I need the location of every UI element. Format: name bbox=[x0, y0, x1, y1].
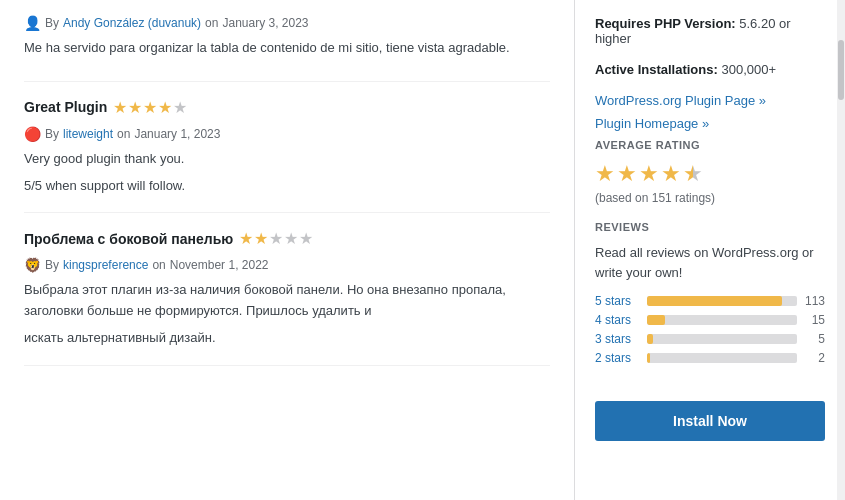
review-title: Проблема с боковой панелью bbox=[24, 231, 233, 247]
2-stars-bar-bg bbox=[647, 353, 797, 363]
avg-rating-based-on: (based on 151 ratings) bbox=[595, 191, 825, 205]
scrollbar[interactable] bbox=[837, 0, 845, 500]
review-stars: ★ ★ ★ ★ ★ bbox=[239, 229, 313, 248]
avg-star-5: ★ bbox=[683, 161, 703, 187]
review-text: Me ha servido para organizar la tabla de… bbox=[24, 38, 550, 59]
active-installs-section: Active Installations: 300,000+ bbox=[595, 62, 825, 77]
review-on: on bbox=[117, 127, 130, 141]
review-avatar: 👤 bbox=[24, 16, 41, 30]
install-now-button[interactable]: Install Now bbox=[595, 401, 825, 441]
avg-stars: ★ ★ ★ ★ ★ bbox=[595, 161, 825, 187]
avg-star-4: ★ bbox=[661, 161, 681, 187]
review-item: 👤 By Andy González (duvanuk) on January … bbox=[24, 0, 550, 82]
avg-star-1: ★ bbox=[595, 161, 615, 187]
2-stars-count: 2 bbox=[805, 351, 825, 365]
sidebar-panel: Requires PHP Version: 5.6.20 or higher A… bbox=[575, 0, 845, 500]
star-4: ★ bbox=[158, 98, 172, 117]
review-by: By bbox=[45, 258, 59, 272]
review-on: on bbox=[205, 16, 218, 30]
review-author-link[interactable]: Andy González (duvanuk) bbox=[63, 16, 201, 30]
reviews-section: REVIEWS Read all reviews on WordPress.or… bbox=[595, 221, 825, 365]
reviews-panel: 👤 By Andy González (duvanuk) on January … bbox=[0, 0, 575, 500]
star-2: ★ bbox=[254, 229, 268, 248]
avg-rating-title: AVERAGE RATING bbox=[595, 139, 825, 151]
star-5: ★ bbox=[299, 229, 313, 248]
install-button-container: Install Now bbox=[595, 389, 825, 441]
review-avatar: 🦁 bbox=[24, 258, 41, 272]
scrollbar-thumb[interactable] bbox=[838, 40, 844, 100]
rating-bar-row: 4 stars 15 bbox=[595, 313, 825, 327]
main-container: 👤 By Andy González (duvanuk) on January … bbox=[0, 0, 845, 500]
review-meta: 👤 By Andy González (duvanuk) on January … bbox=[24, 16, 550, 30]
review-date: January 1, 2023 bbox=[134, 127, 220, 141]
reviews-title: REVIEWS bbox=[595, 221, 825, 233]
review-date: November 1, 2022 bbox=[170, 258, 269, 272]
star-5: ★ bbox=[173, 98, 187, 117]
reviews-intro: Read all reviews on WordPress.org or wri… bbox=[595, 243, 825, 282]
star-1: ★ bbox=[113, 98, 127, 117]
php-version-label: Requires PHP Version: bbox=[595, 16, 736, 31]
review-meta: 🔴 By liteweight on January 1, 2023 bbox=[24, 127, 550, 141]
review-by: By bbox=[45, 16, 59, 30]
avg-star-3: ★ bbox=[639, 161, 659, 187]
review-item: Проблема с боковой панелью ★ ★ ★ ★ ★ 🦁 B… bbox=[24, 213, 550, 365]
review-date: January 3, 2023 bbox=[222, 16, 308, 30]
review-by: By bbox=[45, 127, 59, 141]
5-stars-count: 113 bbox=[805, 294, 825, 308]
5-stars-bar-fill bbox=[647, 296, 782, 306]
2-stars-label[interactable]: 2 stars bbox=[595, 351, 639, 365]
2-stars-bar-fill bbox=[647, 353, 650, 363]
review-header: Great Plugin ★ ★ ★ ★ ★ bbox=[24, 98, 550, 117]
review-meta: 🦁 By kingspreference on November 1, 2022 bbox=[24, 258, 550, 272]
rating-bars: 5 stars 113 4 stars 15 3 stars bbox=[595, 294, 825, 365]
active-installs-label: Active Installations: bbox=[595, 62, 718, 77]
plugin-page-link[interactable]: WordPress.org Plugin Page » bbox=[595, 93, 825, 108]
5-stars-bar-bg bbox=[647, 296, 797, 306]
review-item: Great Plugin ★ ★ ★ ★ ★ 🔴 By liteweight o… bbox=[24, 82, 550, 214]
3-stars-count: 5 bbox=[805, 332, 825, 346]
3-stars-label[interactable]: 3 stars bbox=[595, 332, 639, 346]
review-author-link[interactable]: liteweight bbox=[63, 127, 113, 141]
star-3: ★ bbox=[269, 229, 283, 248]
review-title: Great Plugin bbox=[24, 99, 107, 115]
review-text: Выбрала этот плагин из-за наличия боково… bbox=[24, 280, 550, 322]
average-rating-section: AVERAGE RATING ★ ★ ★ ★ ★ (based on 151 r… bbox=[595, 139, 825, 205]
review-on: on bbox=[152, 258, 165, 272]
star-2: ★ bbox=[128, 98, 142, 117]
review-avatar: 🔴 bbox=[24, 127, 41, 141]
star-3: ★ bbox=[143, 98, 157, 117]
homepage-link[interactable]: Plugin Homepage » bbox=[595, 116, 825, 131]
review-extra-text: 5/5 when support will follow. bbox=[24, 176, 550, 197]
4-stars-bar-bg bbox=[647, 315, 797, 325]
star-4: ★ bbox=[284, 229, 298, 248]
4-stars-bar-fill bbox=[647, 315, 665, 325]
3-stars-bar-fill bbox=[647, 334, 653, 344]
rating-bar-row: 5 stars 113 bbox=[595, 294, 825, 308]
avg-star-2: ★ bbox=[617, 161, 637, 187]
star-1: ★ bbox=[239, 229, 253, 248]
3-stars-bar-bg bbox=[647, 334, 797, 344]
review-header: Проблема с боковой панелью ★ ★ ★ ★ ★ bbox=[24, 229, 550, 248]
review-stars: ★ ★ ★ ★ ★ bbox=[113, 98, 187, 117]
4-stars-count: 15 bbox=[805, 313, 825, 327]
5-stars-label[interactable]: 5 stars bbox=[595, 294, 639, 308]
review-author-link[interactable]: kingspreference bbox=[63, 258, 148, 272]
review-text: Very good plugin thank you. bbox=[24, 149, 550, 170]
rating-bar-row: 2 stars 2 bbox=[595, 351, 825, 365]
rating-bar-row: 3 stars 5 bbox=[595, 332, 825, 346]
active-installs-value-text: 300,000+ bbox=[721, 62, 776, 77]
php-version-section: Requires PHP Version: 5.6.20 or higher bbox=[595, 16, 825, 46]
4-stars-label[interactable]: 4 stars bbox=[595, 313, 639, 327]
review-extra-text: искать альтернативный дизайн. bbox=[24, 328, 550, 349]
